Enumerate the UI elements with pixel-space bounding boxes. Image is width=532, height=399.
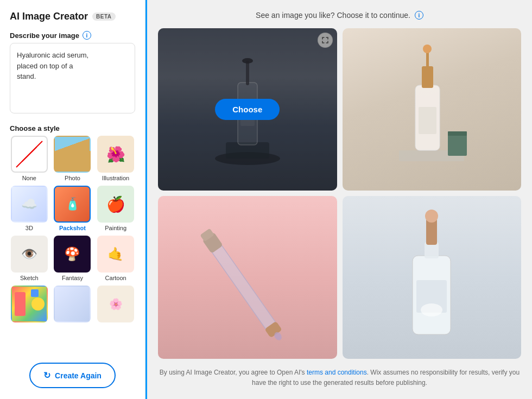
style-painting-label: Painting: [105, 225, 126, 231]
style-item-packshot[interactable]: 🧴 Packshot: [53, 186, 92, 231]
svg-rect-3: [31, 289, 39, 297]
style-item-fantasy[interactable]: 🍄 Fantasy: [53, 236, 92, 281]
create-again-button[interactable]: ↻ Create Again: [29, 363, 116, 388]
app-header: AI Image Creator BETA: [10, 11, 135, 22]
notice-info-icon[interactable]: i: [415, 11, 423, 20]
style-3d-label: 3D: [26, 225, 33, 231]
footer-text: By using AI Image Creator, you agree to …: [158, 368, 521, 388]
style-item-none[interactable]: None: [10, 136, 49, 181]
style-item-painting[interactable]: 🍎 Painting: [96, 186, 135, 231]
image-2-content: [343, 28, 522, 191]
style-item-extra3[interactable]: 🌸: [96, 286, 135, 325]
style-thumb-cartoon: 🤙: [97, 236, 134, 273]
style-thumb-photo: [54, 136, 91, 173]
image-card-3[interactable]: [158, 196, 337, 358]
svg-point-16: [423, 45, 432, 53]
choose-overlay-1: Choose: [158, 28, 337, 191]
style-thumb-extra2: [54, 286, 91, 322]
style-thumb-fantasy: 🍄: [54, 236, 91, 273]
terms-link[interactable]: terms and conditions: [307, 369, 367, 376]
describe-section: Describe your image i Hyaluronic acid se…: [10, 31, 135, 116]
svg-point-28: [421, 303, 442, 316]
style-item-extra1[interactable]: [10, 286, 49, 325]
style-thumb-sketch: 👁️: [11, 236, 48, 273]
top-notice: See an image you like? Choose it to cont…: [158, 11, 521, 20]
style-cartoon-label: Cartoon: [105, 275, 126, 281]
style-item-3d[interactable]: ☁️ 3D: [10, 186, 49, 231]
svg-rect-11: [448, 134, 467, 156]
style-thumb-painting: 🍎: [97, 186, 134, 223]
image-card-2[interactable]: [343, 28, 522, 191]
style-label: Choose a style: [10, 124, 135, 132]
choose-button-1[interactable]: Choose: [215, 99, 280, 120]
style-section: Choose a style None Photo 🌺 Illustra: [10, 124, 135, 325]
images-grid: Choose: [158, 28, 521, 359]
describe-label: Describe your image i: [10, 31, 135, 40]
style-thumb-illustration: 🌺: [97, 136, 134, 173]
style-item-photo[interactable]: Photo: [53, 136, 92, 181]
style-thumb-extra1: [11, 286, 48, 322]
describe-info-icon[interactable]: i: [83, 31, 91, 40]
app-title: AI Image Creator: [10, 11, 88, 22]
style-grid: None Photo 🌺 Illustration ☁️ 3D 🧴 Packsh…: [10, 136, 135, 325]
image-4-content: [343, 196, 522, 358]
style-fantasy-label: Fantasy: [62, 275, 83, 281]
svg-point-2: [31, 297, 45, 311]
style-item-cartoon[interactable]: 🤙 Cartoon: [96, 236, 135, 281]
image-card-1[interactable]: Choose: [158, 28, 337, 191]
image-3-content: [158, 196, 337, 358]
describe-textarea[interactable]: Hyaluronic acid serum, placed on top of …: [10, 43, 135, 113]
style-thumb-packshot: 🧴: [54, 186, 91, 223]
style-photo-label: Photo: [65, 175, 80, 181]
svg-line-0: [16, 141, 42, 167]
style-thumb-3d: ☁️: [11, 186, 48, 223]
style-item-illustration[interactable]: 🌺 Illustration: [96, 136, 135, 181]
svg-rect-18: [206, 237, 278, 333]
refresh-icon: ↻: [43, 370, 50, 381]
style-thumb-extra3: 🌸: [97, 286, 134, 322]
style-packshot-label: Packshot: [59, 225, 86, 231]
beta-badge: BETA: [92, 12, 115, 21]
svg-point-26: [425, 210, 438, 223]
style-sketch-label: Sketch: [20, 275, 39, 281]
svg-rect-1: [15, 292, 26, 316]
left-panel: AI Image Creator BETA Describe your imag…: [0, 0, 145, 399]
style-item-extra2[interactable]: [53, 286, 92, 325]
style-none-label: None: [22, 175, 36, 181]
image-card-4[interactable]: [343, 196, 522, 358]
style-item-sketch[interactable]: 👁️ Sketch: [10, 236, 49, 281]
style-thumb-none: [11, 136, 48, 173]
svg-rect-14: [422, 66, 433, 88]
right-panel: See an image you like? Choose it to cont…: [147, 0, 532, 399]
style-illustration-label: Illustration: [102, 175, 129, 181]
svg-rect-17: [419, 107, 436, 134]
svg-rect-12: [448, 131, 467, 136]
